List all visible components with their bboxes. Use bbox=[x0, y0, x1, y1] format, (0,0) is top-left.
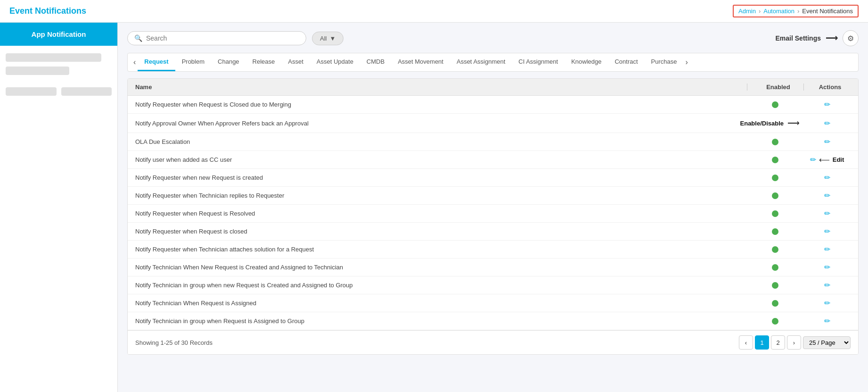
row-name: Notify Requester when Request is Closed … bbox=[135, 101, 747, 108]
filter-button[interactable]: All ▼ bbox=[312, 32, 344, 45]
email-settings-gear-button[interactable]: ⚙ bbox=[843, 30, 859, 46]
tab-asset-movement[interactable]: Asset Movement bbox=[391, 53, 450, 71]
tabs-bar: ‹ Request Problem Change Release Asset A… bbox=[127, 53, 859, 72]
page-prev-button[interactable]: ‹ bbox=[739, 335, 753, 350]
search-input[interactable] bbox=[146, 34, 299, 42]
edit-icon[interactable]: ✏ bbox=[824, 119, 830, 128]
row-enabled-cell bbox=[747, 175, 803, 181]
enabled-dot[interactable] bbox=[772, 300, 778, 307]
notifications-table: Name Enabled Actions Notify Requester wh… bbox=[127, 78, 859, 355]
enabled-dot[interactable] bbox=[772, 264, 778, 271]
tab-problem[interactable]: Problem bbox=[175, 53, 211, 71]
row-name: Notify Technician When New Request is Cr… bbox=[135, 264, 747, 271]
tab-purchase[interactable]: Purchase bbox=[645, 53, 684, 71]
pagination: Showing 1-25 of 30 Records ‹ 1 2 › 25 / … bbox=[128, 330, 858, 354]
sidebar-placeholder-row-1 bbox=[6, 53, 101, 62]
table-row: OLA Due Escalation ✏ bbox=[128, 133, 858, 151]
row-name: Notify Requester when new Request is cre… bbox=[135, 174, 747, 181]
edit-icon[interactable]: ✏ bbox=[824, 281, 830, 290]
edit-annotation: Edit bbox=[833, 156, 844, 163]
edit-icon[interactable]: ✏ bbox=[824, 173, 830, 182]
row-enabled-cell bbox=[747, 101, 803, 108]
tab-knowledge[interactable]: Knowledge bbox=[565, 53, 608, 71]
sidebar-sub-block-2 bbox=[61, 87, 112, 96]
page-size-select[interactable]: 25 / Page 50 / Page 100 / Page bbox=[803, 336, 851, 349]
tab-asset-update[interactable]: Asset Update bbox=[310, 53, 360, 71]
table-row: Notify Requester when Technician replies… bbox=[128, 187, 858, 205]
breadcrumb-automation[interactable]: Automation bbox=[763, 8, 794, 15]
edit-icon[interactable]: ✏ bbox=[824, 245, 830, 254]
edit-icon[interactable]: ✏ bbox=[824, 299, 830, 308]
row-actions-cell: ✏ bbox=[803, 209, 851, 218]
row-actions-cell: ✏ bbox=[803, 299, 851, 308]
pagination-controls: ‹ 1 2 › 25 / Page 50 / Page 100 / Page bbox=[739, 335, 851, 350]
row-actions-cell: ✏ bbox=[803, 191, 851, 200]
tab-cmdb[interactable]: CMDB bbox=[360, 53, 391, 71]
row-name: Notify user when added as CC user bbox=[135, 156, 747, 163]
row-actions-cell: ✏ bbox=[803, 263, 851, 272]
tab-release[interactable]: Release bbox=[246, 53, 282, 71]
enabled-dot[interactable] bbox=[772, 157, 778, 163]
edit-icon[interactable]: ✏ bbox=[824, 263, 830, 272]
row-enabled-cell bbox=[747, 300, 803, 307]
header-name: Name bbox=[135, 83, 747, 91]
tab-prev-button[interactable]: ‹ bbox=[131, 53, 138, 71]
tab-contract[interactable]: Contract bbox=[608, 53, 644, 71]
table-header: Name Enabled Actions bbox=[128, 79, 858, 96]
enabled-dot[interactable] bbox=[772, 318, 778, 325]
row-actions-cell: ✏ bbox=[803, 100, 851, 109]
breadcrumb-sep-1: › bbox=[759, 8, 761, 15]
tab-request[interactable]: Request bbox=[138, 53, 175, 71]
sidebar-placeholder-row-2 bbox=[6, 67, 69, 75]
edit-icon[interactable]: ✏ bbox=[824, 227, 830, 236]
pagination-info: Showing 1-25 of 30 Records bbox=[135, 339, 213, 346]
edit-icon[interactable]: ✏ bbox=[824, 209, 830, 218]
sidebar-sub-block-1 bbox=[6, 87, 57, 96]
row-actions-cell: ✏ bbox=[803, 137, 851, 146]
row-name: Notify Requester when Request is closed bbox=[135, 228, 747, 235]
edit-icon[interactable]: ✏ bbox=[824, 137, 830, 146]
tab-next-button[interactable]: › bbox=[684, 53, 690, 71]
sidebar-placeholder bbox=[0, 46, 117, 87]
table-row: Notify Technician in group when Request … bbox=[128, 312, 858, 330]
breadcrumb-sep-2: › bbox=[797, 8, 799, 15]
sidebar: App Notification bbox=[0, 23, 118, 392]
enabled-dot[interactable] bbox=[772, 228, 778, 235]
enabled-dot[interactable] bbox=[772, 282, 778, 289]
enabled-dot[interactable] bbox=[772, 210, 778, 217]
tab-asset[interactable]: Asset bbox=[281, 53, 310, 71]
app-notification-button[interactable]: App Notification bbox=[0, 23, 117, 46]
enabled-dot[interactable] bbox=[772, 139, 778, 145]
page-2-button[interactable]: 2 bbox=[771, 335, 785, 350]
app-header: Event Notifications Admin › Automation ›… bbox=[0, 0, 868, 23]
tab-asset-assignment[interactable]: Asset Assignment bbox=[450, 53, 512, 71]
enabled-dot[interactable] bbox=[772, 246, 778, 253]
main-content: 🔍 All ▼ Email Settings ⟶ ⚙ ‹ Request Pro… bbox=[118, 23, 868, 392]
row-actions-cell: ✏ ⟵ Edit bbox=[803, 155, 851, 164]
page-1-button[interactable]: 1 bbox=[755, 335, 769, 350]
page-next-button[interactable]: › bbox=[787, 335, 801, 350]
row-enabled-cell bbox=[747, 192, 803, 199]
row-enabled-cell bbox=[747, 157, 803, 163]
row-actions-cell: ✏ bbox=[803, 317, 851, 325]
table-row: Notify Approval Owner When Approver Refe… bbox=[128, 114, 858, 133]
email-settings-label: Email Settings bbox=[776, 34, 821, 42]
enabled-dot[interactable] bbox=[772, 192, 778, 199]
table-row: Notify Requester when new Request is cre… bbox=[128, 169, 858, 187]
table-row: Notify Technician in group when new Requ… bbox=[128, 276, 858, 294]
row-actions-cell: ✏ bbox=[803, 281, 851, 290]
enabled-dot[interactable] bbox=[772, 101, 778, 108]
row-enabled-cell bbox=[747, 318, 803, 325]
edit-icon[interactable]: ✏ bbox=[824, 317, 830, 325]
email-settings-area: Email Settings ⟶ ⚙ bbox=[776, 30, 859, 46]
table-row: Notify user when added as CC user ✏ ⟵ Ed… bbox=[128, 151, 858, 169]
edit-icon[interactable]: ✏ bbox=[810, 155, 816, 164]
main-layout: App Notification 🔍 All ▼ bbox=[0, 23, 868, 392]
sidebar-sub-items bbox=[0, 87, 117, 96]
breadcrumb-admin[interactable]: Admin bbox=[738, 8, 756, 15]
edit-icon[interactable]: ✏ bbox=[824, 100, 830, 109]
edit-icon[interactable]: ✏ bbox=[824, 191, 830, 200]
enabled-dot[interactable] bbox=[772, 175, 778, 181]
tab-ci-assignment[interactable]: CI Assignment bbox=[512, 53, 565, 71]
tab-change[interactable]: Change bbox=[211, 53, 246, 71]
